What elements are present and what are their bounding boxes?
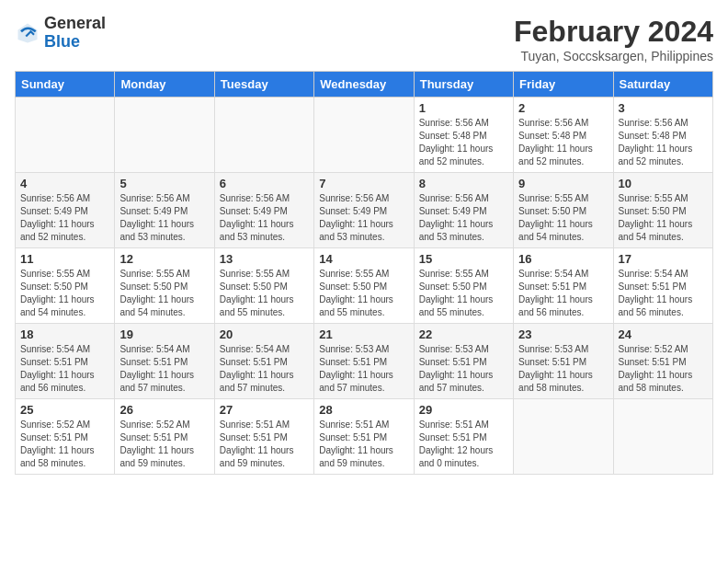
day-info: Sunrise: 5:55 AMSunset: 5:50 PMDaylight:… <box>619 192 708 244</box>
day-info: Sunrise: 5:56 AMSunset: 5:48 PMDaylight:… <box>619 117 708 168</box>
day-number: 16 <box>518 252 608 266</box>
calendar-cell: 6Sunrise: 5:56 AMSunset: 5:49 PMDaylight… <box>214 173 313 248</box>
day-info: Sunrise: 5:54 AMSunset: 5:51 PMDaylight:… <box>20 343 109 395</box>
calendar-cell: 11Sunrise: 5:55 AMSunset: 5:50 PMDayligh… <box>16 248 115 324</box>
calendar-header: SundayMondayTuesdayWednesdayThursdayFrid… <box>16 72 713 98</box>
calendar-cell: 2Sunrise: 5:56 AMSunset: 5:48 PMDaylight… <box>514 98 613 173</box>
calendar-cell <box>613 399 712 475</box>
calendar-cell: 20Sunrise: 5:54 AMSunset: 5:51 PMDayligh… <box>214 324 313 399</box>
calendar-cell: 26Sunrise: 5:52 AMSunset: 5:51 PMDayligh… <box>115 399 214 475</box>
weekday-header: Tuesday <box>214 72 313 98</box>
weekday-header: Monday <box>115 72 214 98</box>
day-number: 18 <box>20 327 109 341</box>
calendar-cell: 24Sunrise: 5:52 AMSunset: 5:51 PMDayligh… <box>613 324 712 399</box>
weekday-header: Sunday <box>16 72 115 98</box>
calendar-cell: 19Sunrise: 5:54 AMSunset: 5:51 PMDayligh… <box>115 324 214 399</box>
day-number: 20 <box>220 327 309 341</box>
day-info: Sunrise: 5:56 AMSunset: 5:49 PMDaylight:… <box>119 192 209 244</box>
calendar-cell: 9Sunrise: 5:55 AMSunset: 5:50 PMDaylight… <box>514 173 613 248</box>
day-info: Sunrise: 5:54 AMSunset: 5:51 PMDaylight:… <box>119 343 209 395</box>
calendar-cell: 29Sunrise: 5:51 AMSunset: 5:51 PMDayligh… <box>414 399 513 475</box>
weekday-header: Saturday <box>613 72 712 98</box>
day-number: 15 <box>419 252 508 266</box>
day-info: Sunrise: 5:55 AMSunset: 5:50 PMDaylight:… <box>119 268 209 319</box>
day-number: 19 <box>119 327 209 341</box>
calendar-cell <box>214 98 313 173</box>
calendar-cell: 23Sunrise: 5:53 AMSunset: 5:51 PMDayligh… <box>514 324 613 399</box>
day-info: Sunrise: 5:56 AMSunset: 5:48 PMDaylight:… <box>419 117 508 168</box>
weekday-header: Friday <box>514 72 613 98</box>
day-info: Sunrise: 5:55 AMSunset: 5:50 PMDaylight:… <box>319 268 408 319</box>
day-number: 3 <box>619 101 708 115</box>
weekday-header: Thursday <box>414 72 513 98</box>
day-info: Sunrise: 5:56 AMSunset: 5:49 PMDaylight:… <box>20 192 109 244</box>
calendar-cell <box>16 98 115 173</box>
calendar-cell: 8Sunrise: 5:56 AMSunset: 5:49 PMDaylight… <box>414 173 513 248</box>
day-number: 23 <box>518 327 608 341</box>
day-info: Sunrise: 5:55 AMSunset: 5:50 PMDaylight:… <box>419 268 508 319</box>
calendar-cell: 1Sunrise: 5:56 AMSunset: 5:48 PMDaylight… <box>414 98 513 173</box>
calendar-cell: 22Sunrise: 5:53 AMSunset: 5:51 PMDayligh… <box>414 324 513 399</box>
calendar-cell: 27Sunrise: 5:51 AMSunset: 5:51 PMDayligh… <box>214 399 313 475</box>
calendar-week-row: 4Sunrise: 5:56 AMSunset: 5:49 PMDaylight… <box>16 173 713 248</box>
day-number: 4 <box>20 177 109 190</box>
day-info: Sunrise: 5:56 AMSunset: 5:48 PMDaylight:… <box>518 117 608 168</box>
calendar-week-row: 18Sunrise: 5:54 AMSunset: 5:51 PMDayligh… <box>16 324 713 399</box>
day-info: Sunrise: 5:56 AMSunset: 5:49 PMDaylight:… <box>419 192 508 244</box>
calendar-week-row: 1Sunrise: 5:56 AMSunset: 5:48 PMDaylight… <box>16 98 713 173</box>
calendar-cell: 18Sunrise: 5:54 AMSunset: 5:51 PMDayligh… <box>16 324 115 399</box>
day-number: 8 <box>419 177 508 190</box>
weekday-header: Wednesday <box>314 72 414 98</box>
day-info: Sunrise: 5:52 AMSunset: 5:51 PMDaylight:… <box>619 343 708 395</box>
day-number: 17 <box>619 252 708 266</box>
calendar-cell: 5Sunrise: 5:56 AMSunset: 5:49 PMDaylight… <box>115 173 214 248</box>
day-info: Sunrise: 5:52 AMSunset: 5:51 PMDaylight:… <box>20 419 109 470</box>
calendar-cell: 13Sunrise: 5:55 AMSunset: 5:50 PMDayligh… <box>214 248 313 324</box>
calendar-table: SundayMondayTuesdayWednesdayThursdayFrid… <box>15 71 713 475</box>
calendar-cell: 25Sunrise: 5:52 AMSunset: 5:51 PMDayligh… <box>16 399 115 475</box>
calendar-cell: 16Sunrise: 5:54 AMSunset: 5:51 PMDayligh… <box>514 248 613 324</box>
calendar-cell: 4Sunrise: 5:56 AMSunset: 5:49 PMDaylight… <box>16 173 115 248</box>
calendar-cell: 12Sunrise: 5:55 AMSunset: 5:50 PMDayligh… <box>115 248 214 324</box>
day-info: Sunrise: 5:54 AMSunset: 5:51 PMDaylight:… <box>619 268 708 319</box>
day-number: 5 <box>119 177 209 190</box>
day-number: 7 <box>319 177 408 190</box>
title-block: February 2024 Tuyan, Soccsksargen, Phili… <box>514 15 713 63</box>
day-number: 1 <box>419 101 508 115</box>
location-subtitle: Tuyan, Soccsksargen, Philippines <box>514 49 713 63</box>
day-number: 28 <box>319 403 408 417</box>
calendar-week-row: 25Sunrise: 5:52 AMSunset: 5:51 PMDayligh… <box>16 399 713 475</box>
calendar-week-row: 11Sunrise: 5:55 AMSunset: 5:50 PMDayligh… <box>16 248 713 324</box>
svg-marker-0 <box>18 23 38 42</box>
calendar-cell: 15Sunrise: 5:55 AMSunset: 5:50 PMDayligh… <box>414 248 513 324</box>
calendar-cell: 17Sunrise: 5:54 AMSunset: 5:51 PMDayligh… <box>613 248 712 324</box>
day-number: 22 <box>419 327 508 341</box>
day-number: 9 <box>518 177 608 190</box>
day-number: 11 <box>20 252 109 266</box>
day-number: 29 <box>419 403 508 417</box>
day-number: 14 <box>319 252 408 266</box>
day-info: Sunrise: 5:52 AMSunset: 5:51 PMDaylight:… <box>119 419 209 470</box>
day-number: 21 <box>319 327 408 341</box>
day-info: Sunrise: 5:53 AMSunset: 5:51 PMDaylight:… <box>419 343 508 395</box>
day-info: Sunrise: 5:51 AMSunset: 5:51 PMDaylight:… <box>419 419 508 470</box>
day-info: Sunrise: 5:55 AMSunset: 5:50 PMDaylight:… <box>518 192 608 244</box>
calendar-cell: 14Sunrise: 5:55 AMSunset: 5:50 PMDayligh… <box>314 248 414 324</box>
day-info: Sunrise: 5:53 AMSunset: 5:51 PMDaylight:… <box>319 343 408 395</box>
day-info: Sunrise: 5:55 AMSunset: 5:50 PMDaylight:… <box>220 268 309 319</box>
day-number: 13 <box>220 252 309 266</box>
logo-text: General Blue <box>44 15 106 52</box>
day-info: Sunrise: 5:54 AMSunset: 5:51 PMDaylight:… <box>518 268 608 319</box>
day-info: Sunrise: 5:51 AMSunset: 5:51 PMDaylight:… <box>319 419 408 470</box>
day-number: 24 <box>619 327 708 341</box>
day-number: 26 <box>119 403 209 417</box>
day-number: 6 <box>220 177 309 190</box>
day-info: Sunrise: 5:53 AMSunset: 5:51 PMDaylight:… <box>518 343 608 395</box>
day-number: 12 <box>119 252 209 266</box>
day-info: Sunrise: 5:51 AMSunset: 5:51 PMDaylight:… <box>220 419 309 470</box>
calendar-cell: 7Sunrise: 5:56 AMSunset: 5:49 PMDaylight… <box>314 173 414 248</box>
day-info: Sunrise: 5:56 AMSunset: 5:49 PMDaylight:… <box>319 192 408 244</box>
logo: General Blue <box>15 15 106 52</box>
calendar-cell: 21Sunrise: 5:53 AMSunset: 5:51 PMDayligh… <box>314 324 414 399</box>
day-number: 25 <box>20 403 109 417</box>
